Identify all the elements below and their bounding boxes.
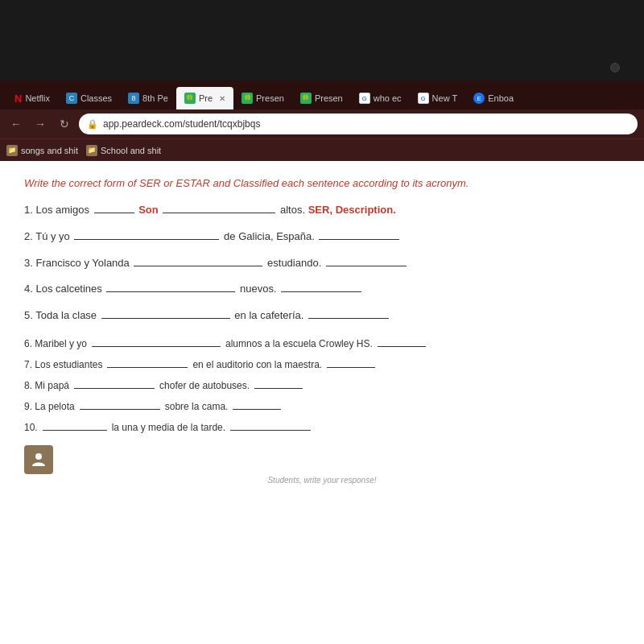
bookmark-songs-label: songs and shit bbox=[21, 146, 78, 155]
camera bbox=[610, 63, 620, 72]
s9-num: 9. La pelota bbox=[24, 397, 75, 416]
s6-blank1[interactable] bbox=[92, 346, 221, 347]
lock-icon: 🔒 bbox=[87, 119, 98, 130]
svg-point-0 bbox=[35, 453, 42, 460]
sentences-compact: 6. Maribel y yo alumnos a la escuela Cro… bbox=[24, 334, 620, 437]
sentence-2-blank1[interactable] bbox=[74, 239, 219, 240]
sentence-6: 6. Maribel y yo alumnos a la escuela Cro… bbox=[24, 334, 620, 353]
top-bezel bbox=[0, 0, 644, 80]
s6-blank2[interactable] bbox=[378, 346, 426, 347]
sentence-2: 2. Tú y yo de Galicia, España. bbox=[24, 229, 620, 246]
sentence-9: 9. La pelota sobre la cama. bbox=[24, 397, 620, 416]
sentence-2-blank2[interactable] bbox=[319, 239, 399, 240]
sentence-5: 5. Toda la clase en la cafetería. bbox=[24, 308, 620, 324]
sentence-2-num: 2. Tú y yo bbox=[24, 230, 72, 242]
sentence-1-blank2[interactable] bbox=[163, 213, 275, 213]
s9-blank1[interactable] bbox=[80, 409, 160, 410]
bookmark-songs[interactable]: 📁 songs and shit bbox=[6, 145, 78, 156]
tab-present2-label: Presen bbox=[315, 93, 343, 103]
sentence-1: 1. Los amigos Son altos. SER, Descriptio… bbox=[24, 202, 620, 219]
tab-present2[interactable]: 🍀 Presen bbox=[292, 87, 351, 109]
s10-text: la una y media de la tarde. bbox=[112, 418, 225, 437]
s10-blank2[interactable] bbox=[230, 430, 311, 431]
sentence-5-blank2[interactable] bbox=[308, 318, 389, 319]
sentence-1-prefix: Los amigos bbox=[35, 204, 92, 216]
sentence-3-blank1[interactable] bbox=[134, 266, 262, 266]
sentence-4-num: 4. Los calcetines bbox=[24, 283, 105, 295]
s8-num: 8. Mi papá bbox=[24, 376, 69, 395]
bookmarks-bar: 📁 songs and shit 📁 School and shit bbox=[0, 138, 644, 161]
s8-blank2[interactable] bbox=[254, 388, 303, 389]
sentence-2-middle: de Galicia, España. bbox=[224, 230, 317, 242]
tab-present1-label: Presen bbox=[256, 93, 284, 103]
sentence-4-blank1[interactable] bbox=[106, 291, 235, 292]
screen: N Netflix C Classes 8 8th Pe 🍀 Pre ✕ 🍀 bbox=[0, 0, 644, 644]
instruction: Write the correct form of SER or ESTAR a… bbox=[24, 177, 620, 189]
s8-text: chofer de autobuses. bbox=[159, 376, 250, 395]
newt-icon: G bbox=[418, 93, 429, 104]
s10-blank1[interactable] bbox=[43, 430, 107, 431]
tab-newt[interactable]: G New T bbox=[410, 87, 466, 109]
enboa-icon: E bbox=[473, 93, 485, 104]
url-text: app.peardeck.com/student/tcqxbjbqs bbox=[103, 118, 260, 130]
tab-pre-label: Pre bbox=[199, 93, 213, 103]
s6-text: alumnos a la escuela Crowley HS. bbox=[225, 334, 373, 353]
page-content: Write the correct form of SER or ESTAR a… bbox=[0, 161, 644, 644]
bookmark-school-icon: 📁 bbox=[86, 145, 97, 156]
s8-blank1[interactable] bbox=[74, 388, 155, 389]
student-prompt: Students, write your response! bbox=[24, 476, 620, 485]
sentence-5-blank1[interactable] bbox=[101, 318, 230, 319]
pre-icon: 🍀 bbox=[184, 93, 196, 104]
forward-button[interactable]: → bbox=[31, 114, 50, 134]
bookmark-school-label: School and shit bbox=[101, 146, 161, 155]
sentence-3-num: 3. Francisco y Yolanda bbox=[24, 257, 132, 269]
sentence-4-blank2[interactable] bbox=[281, 291, 361, 292]
sentence-1-answer-son: Son bbox=[138, 204, 159, 216]
tab-present1[interactable]: 🍀 Presen bbox=[233, 87, 292, 109]
s7-num: 7. Los estudiantes bbox=[24, 355, 102, 374]
tab-enboa-label: Enboa bbox=[488, 93, 514, 103]
sentence-1-blank1[interactable] bbox=[94, 213, 134, 213]
tab-netflix-label: Netflix bbox=[25, 93, 50, 103]
back-button[interactable]: ← bbox=[6, 114, 26, 134]
bottom-section bbox=[24, 445, 620, 474]
tab-8thper-label: 8th Pe bbox=[142, 93, 168, 103]
sentence-1-num: 1. bbox=[24, 204, 35, 216]
reload-button[interactable]: ↻ bbox=[55, 114, 74, 134]
sentence-4: 4. Los calcetines nuevos. bbox=[24, 281, 620, 298]
classes-icon: C bbox=[66, 93, 77, 104]
sentence-3-blank2[interactable] bbox=[326, 266, 407, 266]
person-icon bbox=[24, 445, 53, 474]
sentence-1-middle: altos. bbox=[280, 204, 308, 216]
s6-num: 6. Maribel y yo bbox=[24, 334, 87, 353]
tab-8thper[interactable]: 8 8th Pe bbox=[120, 87, 176, 109]
s9-text: sobre la cama. bbox=[165, 397, 229, 416]
tab-pre-close[interactable]: ✕ bbox=[219, 94, 225, 103]
tab-netflix[interactable]: N Netflix bbox=[6, 87, 58, 109]
sentence-10: 10. la una y media de la tarde. bbox=[24, 418, 620, 437]
tab-bar: N Netflix C Classes 8 8th Pe 🍀 Pre ✕ 🍀 bbox=[0, 80, 644, 109]
browser: N Netflix C Classes 8 8th Pe 🍀 Pre ✕ 🍀 bbox=[0, 80, 644, 644]
tab-pre[interactable]: 🍀 Pre ✕ bbox=[176, 87, 233, 109]
sentence-3: 3. Francisco y Yolanda estudiando. bbox=[24, 255, 620, 272]
netflix-n-icon: N bbox=[14, 93, 22, 105]
tab-classes[interactable]: C Classes bbox=[58, 87, 120, 109]
s7-blank1[interactable] bbox=[107, 367, 188, 368]
sentence-7: 7. Los estudiantes en el auditorio con l… bbox=[24, 355, 620, 374]
sentence-3-middle: estudiando. bbox=[267, 257, 321, 269]
8thper-icon: 8 bbox=[128, 93, 139, 104]
tab-newt-label: New T bbox=[432, 93, 458, 103]
who-icon: G bbox=[359, 93, 370, 104]
sentence-5-middle: en la cafetería. bbox=[234, 309, 303, 321]
sentence-8: 8. Mi papá chofer de autobuses. bbox=[24, 376, 620, 395]
present1-icon: 🍀 bbox=[242, 93, 253, 104]
tab-who[interactable]: G who ec bbox=[351, 87, 410, 109]
tab-classes-label: Classes bbox=[80, 93, 112, 103]
tab-enboa[interactable]: E Enboa bbox=[465, 87, 522, 109]
s9-blank2[interactable] bbox=[233, 409, 281, 410]
s7-blank2[interactable] bbox=[327, 367, 375, 368]
tab-who-label: who ec bbox=[374, 93, 402, 103]
address-bar[interactable]: 🔒 app.peardeck.com/student/tcqxbjbqs bbox=[79, 114, 638, 134]
address-bar-row: ← → ↻ 🔒 app.peardeck.com/student/tcqxbjb… bbox=[0, 109, 644, 138]
bookmark-school[interactable]: 📁 School and shit bbox=[86, 145, 161, 156]
